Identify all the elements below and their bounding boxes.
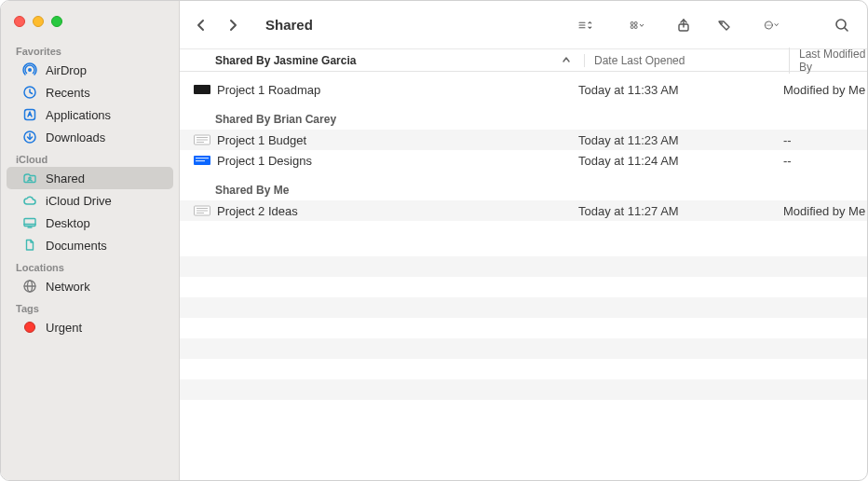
- file-date: Today at 11:27 AM: [578, 204, 783, 218]
- sidebar-heading: Tags: [1, 297, 179, 316]
- file-modified-by: Modified by Me: [783, 204, 867, 218]
- sidebar-item-label: Recents: [46, 86, 90, 100]
- svg-point-5: [29, 177, 31, 179]
- svg-point-25: [769, 24, 770, 25]
- file-date: Today at 11:33 AM: [578, 83, 783, 97]
- group-heading: Shared By Me: [180, 171, 867, 200]
- sidebar-item-shared[interactable]: Shared: [7, 167, 173, 189]
- columns-header: Shared By Jasmine Garcia Date Last Opene…: [180, 49, 867, 72]
- file-modified-by: Modified by Me: [783, 83, 867, 97]
- more-actions-button[interactable]: [752, 13, 791, 37]
- empty-row: [180, 379, 867, 400]
- sidebar-item-label: Urgent: [46, 321, 82, 335]
- svg-rect-34: [196, 158, 209, 158]
- file-icon: [193, 83, 211, 96]
- svg-line-27: [845, 28, 848, 31]
- svg-rect-6: [24, 219, 35, 227]
- empty-row: [180, 277, 867, 297]
- shared-icon: [21, 170, 38, 186]
- sidebar-item-label: Documents: [46, 239, 107, 253]
- sidebar-item-network[interactable]: Network: [7, 275, 173, 297]
- sidebar-item-airdrop[interactable]: AirDrop: [7, 59, 173, 81]
- column-header-name[interactable]: Shared By Jasmine Garcia: [215, 54, 584, 67]
- minimize-window-button[interactable]: [33, 16, 44, 27]
- sidebar-item-label: AirDrop: [46, 63, 87, 77]
- file-row[interactable]: Project 1 RoadmapToday at 11:33 AMModifi…: [180, 79, 867, 100]
- fullscreen-window-button[interactable]: [51, 16, 62, 27]
- close-window-button[interactable]: [14, 16, 25, 27]
- file-row[interactable]: Project 1 BudgetToday at 11:23 AM--: [180, 130, 867, 150]
- file-name: Project 1 Roadmap: [217, 83, 320, 97]
- sidebar: FavoritesAirDropRecentsApplicationsDownl…: [1, 1, 180, 480]
- column-header-name-label: Shared By Jasmine Garcia: [215, 54, 356, 67]
- toolbar: Shared: [180, 1, 867, 49]
- file-icon: [193, 154, 211, 167]
- empty-row: [180, 236, 867, 256]
- sidebar-item-applications[interactable]: Applications: [7, 103, 173, 126]
- network-icon: [21, 278, 38, 295]
- file-name: Project 1 Designs: [217, 154, 312, 168]
- sidebar-item-downloads[interactable]: Downloads: [7, 126, 173, 148]
- share-button[interactable]: [670, 13, 698, 37]
- file-date: Today at 11:23 AM: [578, 133, 783, 147]
- svg-rect-30: [197, 137, 208, 138]
- sidebar-item-desktop[interactable]: Desktop: [7, 212, 173, 234]
- cloud-icon: [21, 192, 38, 209]
- svg-rect-17: [631, 25, 633, 28]
- view-mode-button[interactable]: [565, 13, 604, 37]
- sidebar-item-recents[interactable]: Recents: [7, 81, 173, 103]
- svg-point-24: [768, 24, 769, 25]
- svg-point-21: [721, 22, 723, 24]
- sidebar-item-label: Applications: [46, 108, 111, 122]
- desktop-icon: [21, 214, 38, 231]
- sidebar-item-icloud-drive[interactable]: iCloud Drive: [7, 189, 173, 212]
- finder-window: FavoritesAirDropRecentsApplicationsDownl…: [0, 0, 868, 481]
- column-header-date[interactable]: Date Last Opened: [584, 54, 789, 67]
- file-date: Today at 11:24 AM: [578, 154, 783, 168]
- sidebar-item-label: Desktop: [46, 216, 90, 230]
- file-name: Project 2 Ideas: [217, 204, 298, 218]
- empty-row: [180, 297, 867, 318]
- file-icon: [193, 204, 211, 217]
- svg-point-0: [28, 68, 32, 72]
- svg-rect-35: [196, 160, 205, 161]
- column-header-date-label: Date Last Opened: [594, 54, 685, 67]
- svg-rect-32: [197, 142, 204, 143]
- tags-button[interactable]: [711, 13, 739, 37]
- empty-row: [180, 318, 867, 338]
- sidebar-item-label: Network: [46, 280, 90, 294]
- svg-point-23: [766, 24, 767, 25]
- group-by-button[interactable]: [617, 13, 657, 37]
- file-modified-by: --: [783, 133, 867, 147]
- file-row[interactable]: Project 2 IdeasToday at 11:27 AMModified…: [180, 200, 867, 221]
- sidebar-heading: iCloud: [1, 148, 179, 167]
- window-controls: [1, 7, 179, 40]
- nav-back-button[interactable]: [187, 13, 215, 37]
- sidebar-item-label: iCloud Drive: [46, 194, 112, 208]
- sidebar-item-label: Downloads: [46, 131, 105, 144]
- empty-row: [180, 359, 867, 379]
- empty-row: [180, 338, 867, 359]
- sidebar-heading: Locations: [1, 256, 179, 275]
- applications-icon: [21, 106, 38, 123]
- empty-rows: [180, 221, 867, 400]
- column-header-modified-label: Last Modified By: [799, 48, 867, 74]
- sidebar-item-urgent[interactable]: Urgent: [7, 316, 173, 338]
- nav-forward-button[interactable]: [219, 13, 247, 37]
- recents-icon: [21, 84, 38, 101]
- file-name: Project 1 Budget: [217, 133, 306, 147]
- svg-rect-15: [631, 21, 633, 24]
- file-row[interactable]: Project 1 DesignsToday at 11:24 AM--: [180, 150, 867, 171]
- column-header-modified[interactable]: Last Modified By: [789, 48, 867, 74]
- main-pane: Shared: [180, 1, 867, 480]
- sidebar-item-documents[interactable]: Documents: [7, 234, 173, 256]
- tag-red-icon: [21, 319, 38, 336]
- document-icon: [21, 237, 38, 254]
- search-button[interactable]: [828, 13, 856, 37]
- file-list: Project 1 RoadmapToday at 11:33 AMModifi…: [180, 72, 867, 480]
- airdrop-icon: [21, 62, 38, 78]
- svg-rect-38: [197, 211, 208, 212]
- group-heading: Shared By Brian Carey: [180, 100, 867, 130]
- svg-rect-28: [194, 85, 210, 94]
- empty-row: [180, 256, 867, 277]
